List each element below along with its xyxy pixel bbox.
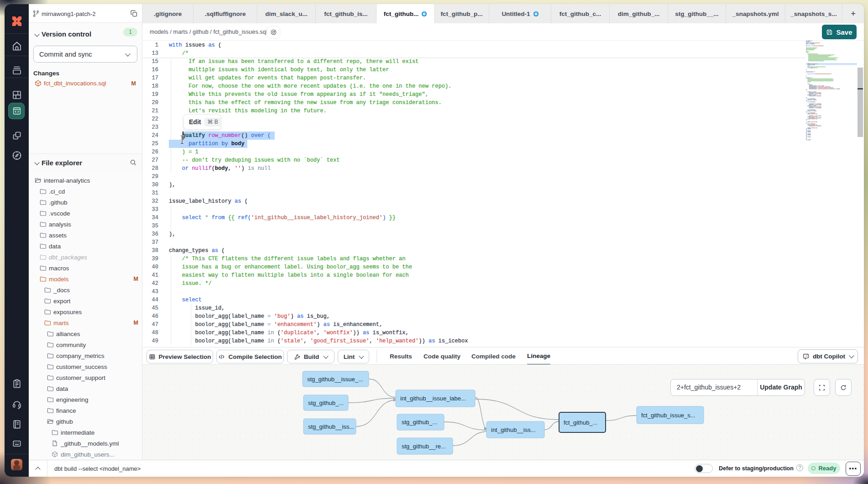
svg-text:stg_github__issue_...: stg_github__issue_... xyxy=(307,376,363,383)
svg-text:stg_github__re...: stg_github__re... xyxy=(402,443,446,450)
svg-text:stg_github__iss...: stg_github__iss... xyxy=(308,423,354,430)
svg-text:stg_github_...: stg_github_... xyxy=(402,419,437,426)
svg-text:fct_github_issue_s...: fct_github_issue_s... xyxy=(641,412,695,419)
svg-text:int_github__iss...: int_github__iss... xyxy=(491,426,536,433)
svg-text:fct_github_...: fct_github_... xyxy=(564,419,597,426)
svg-text:stg_github_...: stg_github_... xyxy=(308,400,344,406)
svg-text:int_github__issue_labe...: int_github__issue_labe... xyxy=(400,395,466,402)
